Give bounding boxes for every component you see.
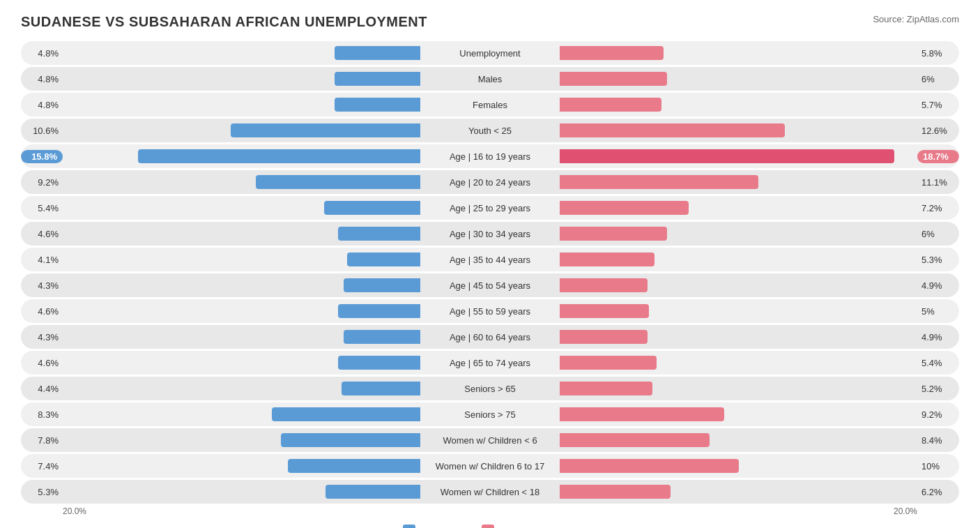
left-bars bbox=[63, 454, 420, 478]
bar-blue bbox=[138, 149, 420, 163]
center-label: Age | 30 to 34 years bbox=[420, 229, 560, 239]
bar-row: 4.8%Males6% bbox=[21, 67, 959, 91]
left-bars bbox=[63, 248, 420, 271]
center-label: Age | 45 to 54 years bbox=[420, 280, 560, 291]
legend-box-right bbox=[482, 525, 494, 528]
center-label: Age | 65 to 74 years bbox=[420, 358, 560, 368]
left-bars bbox=[63, 428, 420, 452]
bars-section: Youth < 25 bbox=[63, 119, 917, 142]
right-value: 5.7% bbox=[917, 100, 959, 110]
center-label: Females bbox=[420, 100, 560, 110]
left-value: 8.3% bbox=[21, 409, 63, 420]
right-value: 8.4% bbox=[917, 435, 959, 446]
bars-section: Age | 30 to 34 years bbox=[63, 222, 917, 246]
center-label: Youth < 25 bbox=[420, 126, 560, 136]
right-bars bbox=[560, 351, 917, 375]
bar-blue bbox=[256, 175, 420, 189]
bar-pink bbox=[560, 433, 710, 447]
legend-item-right: Subsaharan African bbox=[482, 525, 577, 528]
right-value: 5.2% bbox=[917, 384, 959, 394]
bars-section: Males bbox=[63, 67, 917, 91]
right-value: 7.2% bbox=[917, 203, 959, 213]
left-value: 4.6% bbox=[21, 358, 63, 368]
left-value: 4.6% bbox=[21, 229, 63, 239]
center-label: Age | 55 to 59 years bbox=[420, 306, 560, 317]
right-bars bbox=[560, 41, 917, 65]
center-label: Age | 16 to 19 years bbox=[420, 151, 560, 162]
left-value: 7.4% bbox=[21, 461, 63, 472]
bars-section: Age | 65 to 74 years bbox=[63, 351, 917, 375]
center-label: Unemployment bbox=[420, 48, 560, 59]
center-label: Males bbox=[420, 74, 560, 84]
right-value: 4.9% bbox=[917, 280, 959, 291]
left-bars bbox=[63, 402, 420, 426]
bar-pink bbox=[560, 304, 649, 318]
right-value: 6% bbox=[917, 74, 959, 84]
right-bars bbox=[560, 144, 917, 168]
bar-row: 9.2%Age | 20 to 24 years11.1% bbox=[21, 170, 959, 194]
center-label: Seniors > 65 bbox=[420, 384, 560, 394]
bar-blue bbox=[338, 304, 420, 318]
left-bars bbox=[63, 196, 420, 220]
right-value: 6.2% bbox=[917, 487, 959, 497]
bar-blue bbox=[281, 433, 420, 447]
bar-pink bbox=[560, 382, 652, 395]
bar-row: 4.4%Seniors > 655.2% bbox=[21, 377, 959, 400]
x-axis-labels: 20.0% 20.0% bbox=[21, 506, 959, 516]
bar-blue bbox=[344, 330, 420, 344]
bar-row: 8.3%Seniors > 759.2% bbox=[21, 402, 959, 426]
left-value: 4.3% bbox=[21, 332, 63, 342]
legend-label-left: Sudanese bbox=[420, 526, 461, 529]
right-value: 18.7% bbox=[917, 150, 959, 163]
bar-row: 4.8%Females5.7% bbox=[21, 93, 959, 116]
chart-source: Source: ZipAtlas.com bbox=[873, 14, 959, 24]
bar-blue bbox=[335, 46, 420, 60]
center-label: Age | 20 to 24 years bbox=[420, 177, 560, 188]
bars-section: Women w/ Children < 18 bbox=[63, 480, 917, 504]
legend-box-left bbox=[403, 525, 415, 528]
left-value: 4.3% bbox=[21, 280, 63, 291]
left-value: 15.8% bbox=[21, 150, 63, 163]
right-value: 5.8% bbox=[917, 48, 959, 59]
left-value: 9.2% bbox=[21, 177, 63, 188]
right-value: 9.2% bbox=[917, 409, 959, 420]
left-value: 5.3% bbox=[21, 487, 63, 497]
center-label: Age | 60 to 64 years bbox=[420, 332, 560, 342]
right-value: 12.6% bbox=[917, 126, 959, 136]
left-bars bbox=[63, 273, 420, 297]
chart-header: SUDANESE VS SUBSAHARAN AFRICAN UNEMPLOYM… bbox=[21, 14, 959, 30]
bars-section: Women w/ Children < 6 bbox=[63, 428, 917, 452]
left-value: 4.6% bbox=[21, 306, 63, 317]
right-bars bbox=[560, 428, 917, 452]
bar-pink bbox=[560, 201, 689, 215]
bar-row: 15.8%Age | 16 to 19 years18.7% bbox=[21, 144, 959, 168]
legend: Sudanese Subsaharan African bbox=[21, 525, 959, 528]
left-bars bbox=[63, 119, 420, 142]
bar-row: 5.4%Age | 25 to 29 years7.2% bbox=[21, 196, 959, 220]
legend-item-left: Sudanese bbox=[403, 525, 461, 528]
right-bars bbox=[560, 402, 917, 426]
center-label: Age | 25 to 29 years bbox=[420, 203, 560, 213]
right-bars bbox=[560, 454, 917, 478]
bar-row: 4.6%Age | 55 to 59 years5% bbox=[21, 299, 959, 323]
bar-blue bbox=[231, 123, 420, 137]
bar-row: 5.3%Women w/ Children < 186.2% bbox=[21, 480, 959, 504]
right-bars bbox=[560, 67, 917, 91]
left-value: 10.6% bbox=[21, 126, 63, 136]
bar-row: 4.6%Age | 65 to 74 years5.4% bbox=[21, 351, 959, 375]
bar-blue bbox=[335, 98, 420, 112]
right-bars bbox=[560, 170, 917, 194]
bars-section: Females bbox=[63, 93, 917, 116]
bar-row: 4.3%Age | 45 to 54 years4.9% bbox=[21, 273, 959, 297]
bar-blue bbox=[324, 201, 421, 215]
left-bars bbox=[63, 67, 420, 91]
x-axis-left: 20.0% bbox=[63, 506, 86, 516]
bar-pink bbox=[560, 72, 667, 86]
right-value: 6% bbox=[917, 229, 959, 239]
right-value: 10% bbox=[917, 461, 959, 472]
bar-pink bbox=[560, 149, 894, 163]
bar-row: 7.4%Women w/ Children 6 to 1710% bbox=[21, 454, 959, 478]
bar-row: 4.8%Unemployment5.8% bbox=[21, 41, 959, 65]
right-bars bbox=[560, 196, 917, 220]
bar-blue bbox=[326, 485, 420, 499]
